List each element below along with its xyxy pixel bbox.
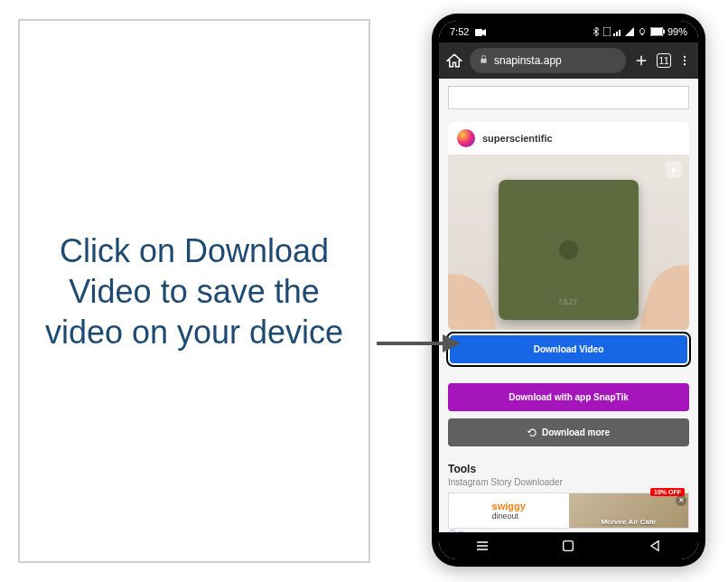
refresh-icon xyxy=(527,427,537,437)
svg-rect-13 xyxy=(564,541,574,551)
svg-rect-0 xyxy=(475,29,482,36)
svg-rect-1 xyxy=(603,27,611,36)
svg-rect-3 xyxy=(616,32,618,36)
phone-frame: 7:52 99% xyxy=(432,14,705,567)
new-tab-icon[interactable] xyxy=(633,52,649,69)
nav-home-button[interactable] xyxy=(546,539,591,553)
signal-icon xyxy=(625,27,634,36)
svg-point-10 xyxy=(684,56,686,58)
ad-banner[interactable]: swiggy dineout 10% OFF Morvee Air Cafe ✕… xyxy=(448,493,689,529)
download-snaptik-button[interactable]: Download with app SnapTik xyxy=(448,383,689,411)
nav-back-button[interactable] xyxy=(632,539,677,553)
status-bar: 7:52 99% xyxy=(439,21,698,42)
device-brand-label: razr xyxy=(559,296,578,306)
card-header: superscientific xyxy=(448,122,689,155)
instruction-panel: Click on Download Video to save the vide… xyxy=(18,19,370,563)
page-content: superscientific razr xyxy=(439,79,698,532)
svg-rect-9 xyxy=(481,59,486,63)
avatar xyxy=(457,129,475,147)
media-preview: razr xyxy=(448,155,689,330)
svg-point-11 xyxy=(684,60,686,61)
ad-info-icon[interactable]: ⓘ ✕ xyxy=(449,529,464,532)
ad-image: 10% OFF Morvee Air Cafe ✕ xyxy=(569,493,689,528)
browser-toolbar: snapinsta.app 11 xyxy=(439,42,698,79)
story-downloader-link[interactable]: Instagram Story Downloader xyxy=(448,477,689,487)
battery-icon xyxy=(650,27,665,36)
status-time: 7:52 xyxy=(450,26,486,37)
instruction-text: Click on Download Video to save the vide… xyxy=(38,230,350,352)
hand-illustration xyxy=(448,266,504,330)
browser-home-icon[interactable] xyxy=(446,52,462,69)
venue-name: Morvee Air Cafe xyxy=(601,518,656,526)
svg-rect-7 xyxy=(651,28,662,35)
hand-illustration xyxy=(632,257,689,330)
url-text: snapinsta.app xyxy=(494,54,562,67)
status-icons: 99% xyxy=(592,26,687,37)
svg-point-12 xyxy=(684,63,686,65)
username-label: superscientific xyxy=(482,133,553,144)
svg-point-5 xyxy=(641,33,643,35)
svg-rect-8 xyxy=(663,30,665,33)
video-camera-icon xyxy=(475,28,486,37)
ad-close-icon[interactable]: ✕ xyxy=(676,495,686,506)
media-card: superscientific razr xyxy=(448,122,689,330)
sim-icon xyxy=(603,27,611,36)
tabs-icon[interactable]: 11 xyxy=(657,53,671,68)
url-input-field[interactable] xyxy=(448,86,689,109)
bluetooth-icon xyxy=(592,27,601,36)
tools-heading: Tools xyxy=(448,463,689,475)
svg-rect-2 xyxy=(613,33,615,36)
snaptik-label: Download with app SnapTik xyxy=(509,392,629,402)
download-video-button[interactable]: Download Video xyxy=(450,335,687,363)
ad-brand: swiggy dineout xyxy=(449,501,569,521)
network-icon xyxy=(613,27,622,36)
pointer-arrow xyxy=(375,330,465,357)
download-more-button[interactable]: Download more xyxy=(448,418,689,446)
svg-rect-4 xyxy=(619,30,621,36)
nav-menu-button[interactable] xyxy=(460,539,505,553)
swiggy-logo: swiggy xyxy=(492,501,526,512)
android-nav-bar xyxy=(439,532,698,559)
menu-icon[interactable] xyxy=(678,52,691,69)
phone-illustration: razr xyxy=(499,180,639,320)
browser-address-bar[interactable]: snapinsta.app xyxy=(470,48,626,73)
motorola-logo-icon xyxy=(553,234,584,266)
lock-icon xyxy=(479,54,489,67)
wifi-icon xyxy=(637,27,648,36)
phone-screen: 7:52 99% xyxy=(439,21,698,559)
dineout-label: dineout xyxy=(492,512,526,521)
download-video-label: Download Video xyxy=(534,344,604,354)
tools-section: Tools Instagram Story Downloader xyxy=(448,463,689,487)
download-more-label: Download more xyxy=(542,427,610,437)
video-badge-icon xyxy=(666,162,682,178)
